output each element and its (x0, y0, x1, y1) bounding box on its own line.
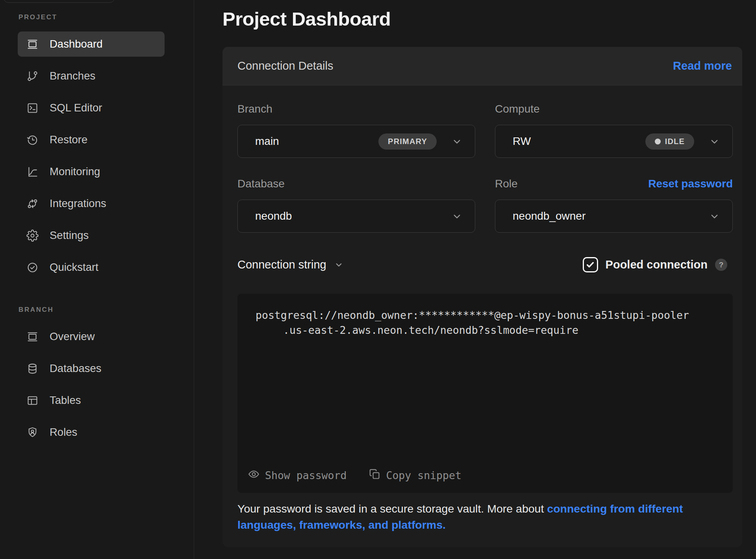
sidebar-item-sql-editor[interactable]: SQL Editor (18, 95, 165, 120)
settings-icon (26, 230, 39, 242)
pooled-connection-checkbox[interactable] (583, 257, 598, 272)
sidebar-item-databases[interactable]: Databases (18, 356, 165, 381)
chevron-down-icon (452, 211, 462, 222)
connection-string-line2: .us-east-2.aws.neon.tech/neondb?sslmode=… (256, 323, 715, 338)
branch-field: Branch main PRIMARY (237, 103, 475, 158)
database-value: neondb (255, 210, 292, 222)
sidebar-item-integrations[interactable]: Integrations (18, 191, 165, 216)
checkmark-icon (586, 260, 595, 270)
password-vault-note: Your password is saved in a secure stora… (237, 501, 710, 533)
database-field: Database neondb (237, 178, 475, 233)
compute-value: RW (513, 135, 531, 148)
sidebar-item-label: Integrations (50, 197, 106, 210)
connection-string-row: Connection string Pooled connection ? (237, 257, 733, 272)
eye-icon (248, 468, 260, 483)
sidebar-item-label: SQL Editor (50, 102, 102, 114)
chevron-down-icon (709, 211, 720, 222)
sidebar-item-label: Dashboard (50, 38, 103, 50)
sidebar-item-settings[interactable]: Settings (18, 223, 165, 248)
card-body: Branch main PRIMARY Compu (222, 85, 742, 547)
chevron-down-icon (709, 136, 720, 147)
chevron-down-icon (452, 136, 462, 147)
connection-string-label: Connection string (237, 258, 326, 271)
role-field: Role Reset password neondb_owner (495, 178, 733, 233)
dashboard-icon (26, 38, 39, 50)
card-title: Connection Details (237, 59, 333, 72)
compute-select[interactable]: RW IDLE (495, 125, 733, 158)
reset-password-link[interactable]: Reset password (648, 178, 733, 190)
connection-string-selector[interactable]: Connection string (237, 258, 343, 271)
page-title: Project Dashboard (222, 7, 756, 31)
roles-icon (26, 426, 39, 439)
sidebar-section-project-label: PROJECT (19, 13, 165, 21)
role-value: neondb_owner (513, 210, 586, 222)
tables-icon (26, 394, 39, 407)
copy-icon (369, 468, 381, 483)
role-label: Role (495, 178, 518, 190)
main-content: Project Dashboard Connection Details Rea… (194, 0, 756, 559)
card-header: Connection Details Read more (222, 47, 742, 85)
overview-icon (26, 331, 39, 343)
branch-label: Branch (237, 103, 272, 115)
sidebar-item-tables[interactable]: Tables (18, 388, 165, 413)
sidebar-item-label: Restore (50, 133, 87, 146)
show-password-button[interactable]: Show password (248, 468, 346, 483)
connection-string-code: postgresql://neondb_owner:************@e… (237, 294, 733, 493)
chevron-down-icon (334, 260, 343, 269)
code-actions: Show password Copy snippet (248, 468, 461, 483)
help-icon[interactable]: ? (715, 259, 727, 271)
app-root: PROJECT Dashboard Branches SQL Editor (0, 0, 756, 559)
project-nav: Dashboard Branches SQL Editor Restore (18, 31, 165, 280)
restore-icon (26, 134, 39, 146)
sidebar-item-roles[interactable]: Roles (18, 420, 165, 445)
sidebar-item-branches[interactable]: Branches (18, 63, 165, 89)
sidebar-item-dashboard[interactable]: Dashboard (18, 31, 165, 57)
sidebar-item-label: Settings (50, 229, 89, 242)
sidebar-item-label: Branches (50, 70, 95, 82)
integrations-icon (26, 198, 39, 210)
sidebar-item-label: Monitoring (50, 165, 100, 178)
database-label: Database (237, 178, 285, 190)
connection-details-card: Connection Details Read more Branch main… (222, 47, 742, 547)
pooled-connection-group: Pooled connection ? (583, 257, 727, 272)
role-select[interactable]: neondb_owner (495, 200, 733, 233)
copy-snippet-button[interactable]: Copy snippet (369, 468, 461, 483)
pooled-connection-label: Pooled connection (606, 258, 708, 271)
branch-value: main (255, 135, 279, 148)
sidebar-top-partial-item (4, 0, 115, 3)
sidebar-item-restore[interactable]: Restore (18, 127, 165, 152)
sidebar-item-quickstart[interactable]: Quickstart (18, 255, 165, 280)
quickstart-icon (26, 261, 39, 274)
sidebar: PROJECT Dashboard Branches SQL Editor (0, 0, 194, 559)
sidebar-item-overview[interactable]: Overview (18, 324, 165, 349)
branch-select[interactable]: main PRIMARY (237, 125, 475, 158)
idle-status-badge: IDLE (645, 133, 694, 150)
compute-field: Compute RW IDLE (495, 103, 733, 158)
sidebar-item-label: Roles (50, 426, 77, 439)
compute-label: Compute (495, 103, 540, 115)
sidebar-item-label: Quickstart (50, 261, 98, 274)
read-more-link[interactable]: Read more (673, 59, 732, 72)
database-select[interactable]: neondb (237, 200, 475, 233)
connection-string-line1: postgresql://neondb_owner:************@e… (256, 308, 715, 323)
sidebar-section-branch-label: BRANCH (19, 306, 165, 314)
branch-nav: Overview Databases Tables Roles (18, 324, 165, 445)
sidebar-item-monitoring[interactable]: Monitoring (18, 159, 165, 184)
sql-editor-icon (26, 102, 39, 114)
primary-badge: PRIMARY (378, 133, 437, 150)
sidebar-item-label: Tables (50, 394, 81, 407)
branches-icon (26, 70, 39, 82)
sidebar-item-label: Overview (50, 330, 95, 343)
sidebar-item-label: Databases (50, 362, 101, 375)
databases-icon (26, 363, 39, 375)
status-dot-icon (655, 139, 661, 144)
monitoring-icon (26, 166, 39, 178)
